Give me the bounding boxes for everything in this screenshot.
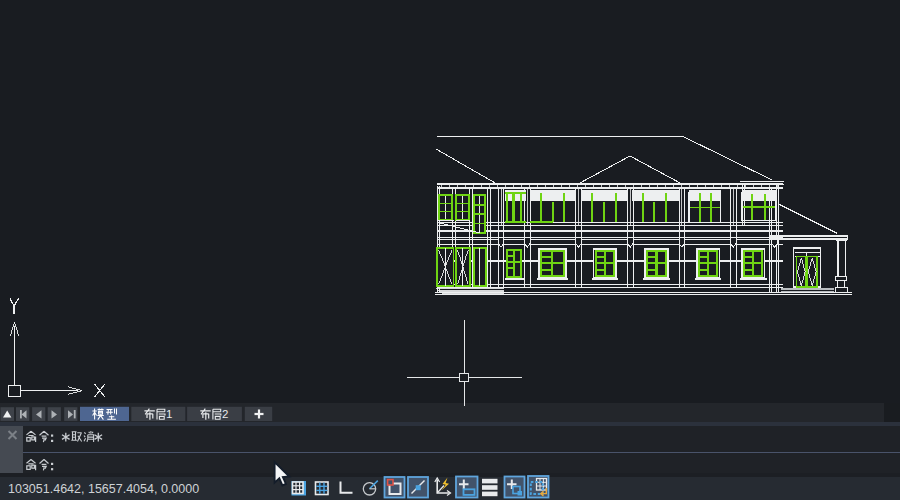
svg-text:1: 1	[166, 408, 172, 420]
svg-text:103051.4642, 15657.4054, 0.000: 103051.4642, 15657.4054, 0.0000	[8, 482, 199, 496]
svg-text:2: 2	[222, 408, 228, 420]
